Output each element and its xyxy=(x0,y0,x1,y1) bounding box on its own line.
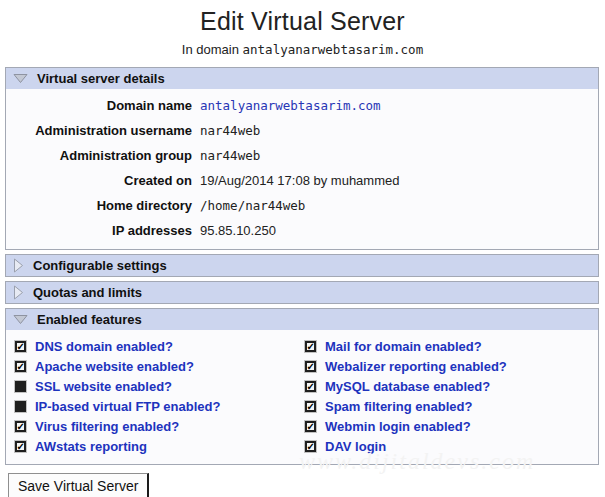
feature-checkbox-checked[interactable] xyxy=(14,340,27,353)
feature-checkbox-checked[interactable] xyxy=(304,360,317,373)
section-label: Virtual server details xyxy=(37,71,165,86)
feature-checkbox-checked[interactable] xyxy=(304,380,317,393)
expand-arrow-icon[interactable] xyxy=(13,285,24,300)
subtitle-prefix: In domain xyxy=(182,42,239,57)
feature-label-link[interactable]: DAV login xyxy=(325,439,386,454)
feature-checkbox-checked[interactable] xyxy=(14,360,27,373)
feature-label-link[interactable]: Webalizer reporting enabled? xyxy=(325,359,507,374)
features-body: DNS domain enabled?Apache website enable… xyxy=(6,330,598,464)
feature-checkbox-checked[interactable] xyxy=(304,400,317,413)
field-value-link[interactable]: antalyanarwebtasarim.com xyxy=(192,93,598,118)
field-value: nar44web xyxy=(192,143,598,168)
feature-label-link[interactable]: Apache website enabled? xyxy=(35,359,194,374)
feature-item: Virus filtering enabled? xyxy=(14,416,304,436)
section-configurable-settings: Configurable settings xyxy=(5,254,599,277)
feature-item: AWstats reporting xyxy=(14,436,304,456)
section-virtual-server-details: Virtual server details Domain nameantaly… xyxy=(5,67,599,250)
collapse-arrow-icon[interactable] xyxy=(13,73,28,84)
feature-label-link[interactable]: Spam filtering enabled? xyxy=(325,399,472,414)
feature-item: IP-based virtual FTP enabled? xyxy=(14,396,304,416)
section-header-configurable-settings[interactable]: Configurable settings xyxy=(6,255,598,276)
field-label: Domain name xyxy=(6,93,192,118)
section-header-virtual-server-details[interactable]: Virtual server details xyxy=(6,68,598,89)
features-col-left: DNS domain enabled?Apache website enable… xyxy=(14,336,304,456)
detail-row: Administration usernamenar44web xyxy=(6,118,598,143)
feature-item: Mail for domain enabled? xyxy=(304,336,594,356)
field-label: Home directory xyxy=(6,193,192,218)
feature-label-link[interactable]: DNS domain enabled? xyxy=(35,339,173,354)
feature-checkbox-checked[interactable] xyxy=(304,440,317,453)
feature-item: Webmin login enabled? xyxy=(304,416,594,436)
expand-arrow-icon[interactable] xyxy=(13,258,24,273)
button-row: Save Virtual Server xyxy=(8,473,605,497)
field-label: Administration group xyxy=(6,143,192,168)
features-col-right: Mail for domain enabled?Webalizer report… xyxy=(304,336,594,456)
page-title: Edit Virtual Server xyxy=(0,7,605,36)
field-value: 95.85.10.250 xyxy=(192,218,598,243)
details-table: Domain nameantalyanarwebtasarim.comAdmin… xyxy=(6,93,598,243)
field-value: 19/Aug/2014 17:08 by muhammed xyxy=(192,168,598,193)
field-label: IP addresses xyxy=(6,218,192,243)
detail-row: Domain nameantalyanarwebtasarim.com xyxy=(6,93,598,118)
feature-label-link[interactable]: AWstats reporting xyxy=(35,439,147,454)
collapse-arrow-icon[interactable] xyxy=(13,314,28,325)
section-header-enabled-features[interactable]: Enabled features xyxy=(6,309,598,330)
feature-item: MySQL database enabled? xyxy=(304,376,594,396)
section-quotas-and-limits: Quotas and limits xyxy=(5,281,599,304)
save-virtual-server-button[interactable]: Save Virtual Server xyxy=(8,473,149,497)
field-label: Administration username xyxy=(6,118,192,143)
section-label: Enabled features xyxy=(37,312,142,327)
feature-checkbox-checked[interactable] xyxy=(304,340,317,353)
details-body: Domain nameantalyanarwebtasarim.comAdmin… xyxy=(6,89,598,249)
feature-label-link[interactable]: Virus filtering enabled? xyxy=(35,419,179,434)
section-enabled-features: Enabled features DNS domain enabled?Apac… xyxy=(5,308,599,465)
feature-label-link[interactable]: MySQL database enabled? xyxy=(325,379,490,394)
feature-label-link[interactable]: Mail for domain enabled? xyxy=(325,339,482,354)
detail-row: IP addresses95.85.10.250 xyxy=(6,218,598,243)
detail-row: Home directory/home/nar44web xyxy=(6,193,598,218)
feature-checkbox-unchecked[interactable] xyxy=(14,400,27,413)
details-table-body: Domain nameantalyanarwebtasarim.comAdmin… xyxy=(6,93,598,243)
section-label: Quotas and limits xyxy=(33,285,142,300)
field-value: nar44web xyxy=(192,118,598,143)
detail-row: Created on19/Aug/2014 17:08 by muhammed xyxy=(6,168,598,193)
feature-checkbox-unchecked[interactable] xyxy=(14,380,27,393)
feature-item: DNS domain enabled? xyxy=(14,336,304,356)
feature-label-link[interactable]: IP-based virtual FTP enabled? xyxy=(35,399,220,414)
feature-item: Apache website enabled? xyxy=(14,356,304,376)
subtitle-domain: antalyanarwebtasarim.com xyxy=(243,42,424,57)
feature-item: Webalizer reporting enabled? xyxy=(304,356,594,376)
section-header-quotas-and-limits[interactable]: Quotas and limits xyxy=(6,282,598,303)
feature-checkbox-checked[interactable] xyxy=(14,440,27,453)
field-label: Created on xyxy=(6,168,192,193)
field-value: /home/nar44web xyxy=(192,193,598,218)
detail-row: Administration groupnar44web xyxy=(6,143,598,168)
feature-checkbox-checked[interactable] xyxy=(14,420,27,433)
feature-item: SSL website enabled? xyxy=(14,376,304,396)
feature-label-link[interactable]: SSL website enabled? xyxy=(35,379,172,394)
main-content: Virtual server details Domain nameantaly… xyxy=(5,67,599,465)
page-subtitle: In domain antalyanarwebtasarim.com xyxy=(0,42,605,57)
feature-checkbox-checked[interactable] xyxy=(304,420,317,433)
feature-label-link[interactable]: Webmin login enabled? xyxy=(325,419,471,434)
feature-item: DAV login xyxy=(304,436,594,456)
feature-item: Spam filtering enabled? xyxy=(304,396,594,416)
section-label: Configurable settings xyxy=(33,258,167,273)
